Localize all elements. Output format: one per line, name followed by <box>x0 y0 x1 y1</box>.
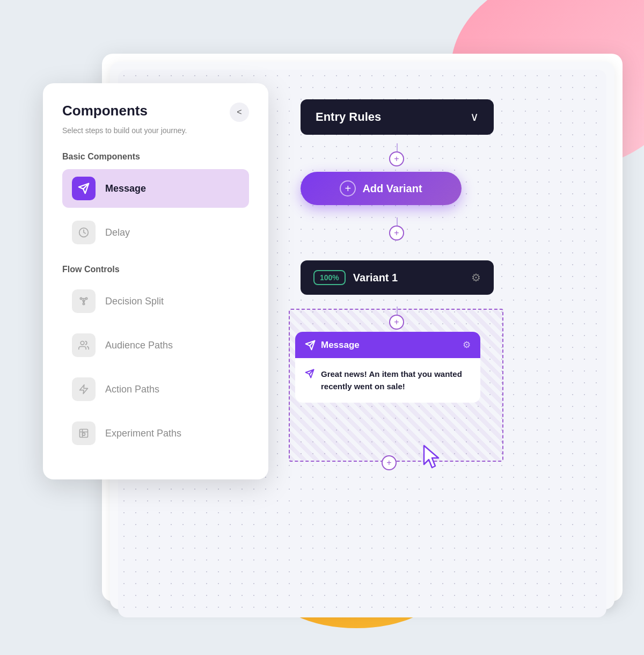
message-header-icon <box>305 340 316 351</box>
section-flow-controls: Flow Controls <box>62 265 249 274</box>
action-paths-label: Action Paths <box>105 384 159 395</box>
entry-rules-label: Entry Rules <box>316 110 381 124</box>
message-icon-wrapper <box>72 177 96 200</box>
action-paths-icon-wrapper <box>72 377 96 401</box>
delay-label: Delay <box>105 227 130 238</box>
variant-block[interactable]: 100% Variant 1 ⚙ <box>301 260 494 295</box>
bottom-connector-circle[interactable]: + <box>382 455 397 470</box>
delay-icon-wrapper <box>72 221 96 244</box>
component-item-experiment-paths[interactable]: Experiment Paths <box>62 414 249 453</box>
add-variant-circle: + <box>340 180 356 196</box>
component-item-audience-paths[interactable]: Audience Paths <box>62 326 249 365</box>
variant-gear-icon[interactable]: ⚙ <box>471 271 481 284</box>
message-body-icon <box>305 369 314 381</box>
variant-label: Variant 1 <box>353 272 464 284</box>
svg-point-15 <box>80 341 84 345</box>
entry-rules-chevron: ∨ <box>470 110 479 124</box>
svg-point-17 <box>83 433 85 435</box>
entry-rules-block[interactable]: Entry Rules ∨ <box>301 99 494 135</box>
svg-marker-16 <box>80 385 88 394</box>
decision-split-label: Decision Split <box>105 296 164 307</box>
add-variant-button[interactable]: + Add Variant <box>301 172 462 205</box>
connector-circle-1[interactable]: + <box>389 151 404 166</box>
message-settings-icon[interactable]: ⚙ <box>463 339 471 351</box>
connector-circle-2[interactable]: + <box>389 225 404 241</box>
panel-title: Components <box>62 103 148 119</box>
message-header-label: Message <box>321 340 457 351</box>
message-block[interactable]: Message ⚙ Great news! An item that you w… <box>295 332 480 403</box>
panel-header: Components < <box>62 103 249 122</box>
message-body-text: Great news! An item that you wanted rece… <box>321 368 471 393</box>
component-item-message[interactable]: Message <box>62 169 249 208</box>
panel-collapse-button[interactable]: < <box>230 103 249 122</box>
component-item-delay[interactable]: Delay <box>62 213 249 252</box>
audience-paths-label: Audience Paths <box>105 340 173 351</box>
panel-subtitle: Select steps to build out your journey. <box>62 126 249 135</box>
component-item-action-paths[interactable]: Action Paths <box>62 370 249 409</box>
add-variant-label: Add Variant <box>362 183 422 195</box>
message-label: Message <box>105 183 146 194</box>
cursor-arrow <box>421 443 444 472</box>
connector-circle-3[interactable]: + <box>389 315 404 330</box>
experiment-paths-icon-wrapper <box>72 421 96 445</box>
audience-paths-icon-wrapper <box>72 333 96 357</box>
components-panel: Components < Select steps to build out y… <box>43 83 268 479</box>
variant-badge: 100% <box>313 270 346 285</box>
experiment-paths-label: Experiment Paths <box>105 428 181 439</box>
decision-split-icon-wrapper <box>72 289 96 313</box>
collapse-icon: < <box>237 107 241 117</box>
section-basic-components: Basic Components <box>62 152 249 162</box>
component-item-decision-split[interactable]: Decision Split <box>62 282 249 321</box>
